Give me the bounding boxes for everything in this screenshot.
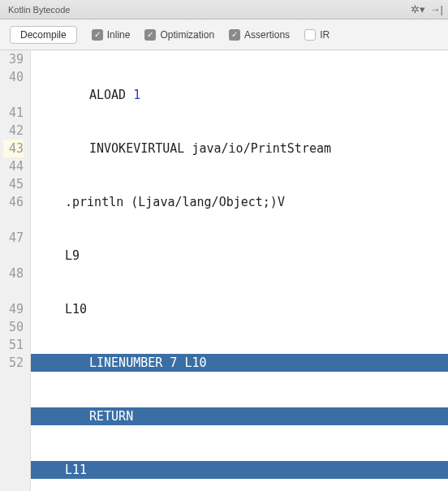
line-number: 47 — [3, 229, 24, 265]
line-gutter: 39 40 41 42 43 44 45 46 47 48 49 50 51 5… — [0, 50, 31, 491]
titlebar-actions: ✲▾ →| — [411, 3, 443, 15]
code-area[interactable]: ALOAD 1 INVOKEVIRTUAL java/io/PrintStrea… — [31, 50, 448, 491]
checkmark-icon: ✓ — [144, 29, 156, 41]
line-number: 46 — [3, 193, 24, 229]
code-line: .println (Ljava/lang/Object;)V — [31, 193, 448, 211]
line-number: 48 — [3, 265, 24, 300]
optimization-label: Optimization — [160, 29, 214, 41]
line-number: 44 — [3, 157, 24, 175]
assertions-checkbox[interactable]: ✓ Assertions — [229, 29, 290, 41]
ir-checkbox[interactable]: IR — [304, 29, 330, 41]
line-number: 49 — [3, 300, 24, 318]
line-number: 50 — [3, 318, 24, 336]
line-number: 51 — [3, 336, 24, 354]
ir-label: IR — [320, 29, 330, 41]
decompile-button[interactable]: Decompile — [10, 26, 77, 44]
code-line: L10 — [31, 300, 448, 318]
inline-checkbox[interactable]: ✓ Inline — [92, 29, 131, 41]
panel-title: Kotlin Bytecode — [5, 5, 70, 15]
line-number: 42 — [3, 122, 24, 140]
optimization-checkbox[interactable]: ✓ Optimization — [144, 29, 214, 41]
line-number: 45 — [3, 175, 24, 193]
line-number: 39 — [3, 50, 24, 68]
code-line-selected: RETURN — [31, 407, 448, 425]
hide-icon[interactable]: →| — [430, 3, 443, 15]
line-number: 52 — [3, 354, 24, 461]
gear-icon[interactable]: ✲▾ — [411, 3, 425, 15]
toolbar: Decompile ✓ Inline ✓ Optimization ✓ Asse… — [0, 19, 448, 50]
assertions-label: Assertions — [244, 29, 290, 41]
line-number: 41 — [3, 104, 24, 122]
code-line: INVOKEVIRTUAL java/io/PrintStream — [31, 140, 448, 157]
code-line-selected: L11 — [31, 461, 448, 479]
code-line-selected: LINENUMBER 7 L10 — [31, 354, 448, 372]
checkmark-icon: ✓ — [92, 29, 103, 41]
inline-label: Inline — [107, 29, 131, 41]
code-editor[interactable]: 39 40 41 42 43 44 45 46 47 48 49 50 51 5… — [0, 50, 448, 491]
checkmark-icon: ✓ — [229, 29, 240, 41]
line-number: 40 — [3, 68, 24, 104]
code-line: L9 — [31, 247, 448, 265]
line-number: 43 — [3, 140, 24, 157]
checkbox-empty-icon — [304, 29, 316, 41]
titlebar: Kotlin Bytecode ✲▾ →| — [0, 0, 448, 19]
code-line: ALOAD 1 — [31, 86, 448, 104]
